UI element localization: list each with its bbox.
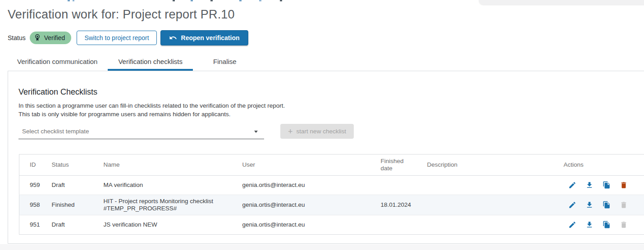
cell-status: Draft	[46, 215, 98, 235]
table-row: 958 Finished HIT - Project reports Monit…	[19, 195, 644, 215]
clipped-mark	[173, 0, 175, 1]
cell-id: 958	[19, 195, 46, 215]
clipped-mark	[259, 0, 261, 1]
cell-description	[422, 195, 558, 215]
cell-user: genia.ortis@interact.eu	[237, 195, 375, 215]
tab-verification-checklists[interactable]: Verification checklists	[108, 54, 193, 71]
cell-description	[422, 215, 558, 235]
cell-finished-date	[375, 215, 422, 235]
cell-name: MA verification	[98, 176, 237, 195]
delete-button[interactable]	[620, 181, 628, 189]
copy-icon	[603, 221, 611, 229]
cell-user: genia.ortis@interact.eu	[237, 215, 375, 235]
download-button[interactable]	[585, 201, 594, 209]
col-header-name: Name	[98, 155, 237, 176]
delete-button[interactable]	[620, 221, 628, 229]
reopen-verification-button[interactable]: Reopen verification	[160, 30, 248, 45]
cell-name: JS verification NEW	[98, 215, 237, 235]
pencil-icon	[568, 221, 576, 229]
reopen-verification-label: Reopen verification	[181, 34, 240, 41]
download-icon	[585, 221, 594, 229]
col-header-id: ID	[19, 155, 46, 176]
table-row: 959 Draft MA verification genia.ortis@in…	[19, 176, 644, 195]
row-actions	[564, 221, 639, 229]
checklist-template-select[interactable]: Select checklist template	[18, 124, 264, 139]
medal-icon	[33, 34, 41, 42]
section-heading: Verification Checklists	[18, 87, 97, 97]
copy-button[interactable]	[603, 181, 611, 189]
cell-finished-date	[375, 176, 422, 195]
table-header-row: ID Status Name User Finished date Descri…	[19, 155, 644, 176]
download-icon	[585, 201, 594, 209]
col-header-finished-date: Finished date	[375, 155, 422, 176]
status-label: Status	[8, 34, 26, 41]
col-header-status: Status	[46, 155, 98, 176]
row-actions	[564, 201, 639, 209]
table-row: 951 Draft JS verification NEW genia.orti…	[19, 215, 644, 235]
clipped-mark	[68, 0, 70, 1]
start-new-checklist-label: start new checklist	[297, 128, 346, 135]
copy-button[interactable]	[603, 201, 611, 209]
col-header-description: Description	[422, 155, 558, 176]
trash-icon	[620, 201, 628, 209]
undo-icon	[169, 34, 177, 42]
page: Verification work for: Project report PR…	[0, 0, 644, 250]
col-header-actions: Actions	[558, 155, 644, 176]
col-header-user: User	[237, 155, 375, 176]
start-new-checklist-button[interactable]: + start new checklist	[280, 124, 354, 139]
status-badge-label: Verified	[44, 34, 65, 41]
edit-button[interactable]	[568, 201, 576, 209]
trash-icon	[620, 221, 628, 229]
checklist-template-placeholder: Select checklist template	[18, 128, 89, 135]
download-button[interactable]	[585, 181, 594, 189]
pencil-icon	[568, 201, 576, 209]
caret-down-icon	[254, 131, 258, 133]
cell-finished-date: 18.01.2024	[375, 195, 422, 215]
copy-icon	[603, 201, 611, 209]
clipped-mark	[280, 0, 282, 1]
page-bottom-strip	[0, 244, 644, 250]
cell-name: HIT - Project reports Monitoring checkli…	[98, 195, 237, 215]
row-actions	[564, 181, 639, 189]
copy-icon	[603, 181, 611, 189]
tab-finalise[interactable]: Finalise	[203, 54, 247, 71]
tab-verification-communication[interactable]: Verification communication	[7, 54, 108, 71]
edit-button[interactable]	[568, 221, 576, 229]
cell-id: 959	[19, 176, 46, 195]
checklists-table: ID Status Name User Finished date Descri…	[19, 154, 644, 235]
download-button[interactable]	[585, 221, 594, 229]
status-badge: Verified	[30, 32, 72, 44]
cell-description	[422, 176, 558, 195]
download-icon	[585, 181, 594, 189]
switch-to-project-report-button[interactable]: Switch to project report	[77, 31, 156, 45]
delete-button[interactable]	[620, 201, 628, 209]
section-description-line2: This tab is only visible for programme u…	[18, 110, 230, 118]
tab-bar: Verification communication Verification …	[7, 54, 247, 71]
page-title: Verification work for: Project report PR…	[8, 8, 235, 22]
clipped-mark	[73, 0, 74, 1]
clipped-mark	[191, 0, 193, 1]
edit-button[interactable]	[568, 181, 576, 189]
cell-status: Finished	[46, 195, 98, 215]
copy-button[interactable]	[603, 221, 611, 229]
pencil-icon	[568, 181, 576, 189]
verification-checklists-panel: Verification Checklists In this section …	[8, 71, 644, 244]
clipped-mark	[210, 0, 213, 1]
plus-icon: +	[288, 127, 293, 136]
clipped-mark	[239, 0, 242, 1]
trash-icon	[620, 181, 628, 189]
section-description-line1: In this section a programme user can fil…	[18, 101, 285, 110]
cell-status: Draft	[46, 176, 98, 195]
status-row: Status Verified Switch to project report…	[8, 30, 248, 45]
cell-user: genia.ortis@interact.eu	[237, 176, 375, 195]
cell-id: 951	[19, 215, 46, 235]
clipped-top-right-panel	[479, 0, 644, 5]
